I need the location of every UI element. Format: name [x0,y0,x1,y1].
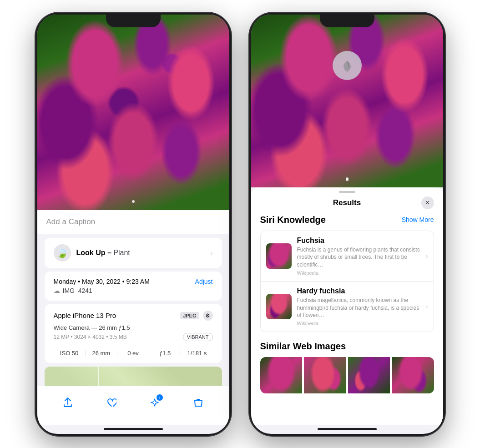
fuchsia-photo-left [37,15,229,210]
ev-value: 0 ev [117,350,149,357]
left-toolbar: i [37,386,229,425]
hardy-thumbnail [266,294,292,319]
similar-images-grid [260,357,434,393]
info-button[interactable]: i [145,393,165,413]
close-icon: ✕ [425,199,430,206]
vibrant-badge: VIBRANT [183,333,213,341]
siri-leaf-icon [340,58,354,73]
hardy-name: Hardy fuchsia [297,287,420,295]
fuchsia-info: Fuchsia Fuchsia is a genus of flowering … [297,237,420,276]
meta-filename: IMG_4241 [54,287,213,294]
adjust-button[interactable]: Adjust [195,278,213,285]
results-content: Siri Knowledge Show More Fuchsia Fuchsia… [251,215,443,425]
siri-knowledge-header: Siri Knowledge Show More [260,215,434,225]
right-notch [320,13,374,27]
iso-value: ISO 50 [54,350,86,357]
share-icon [63,398,73,408]
fuchsia-chevron-icon: › [426,252,428,260]
knowledge-card: Fuchsia Fuchsia is a genus of flowering … [260,231,434,332]
home-indicator-right [318,428,377,430]
home-indicator-left [104,428,163,430]
caption-placeholder[interactable]: Add a Caption [46,217,96,226]
lookup-rest: Plant [113,249,130,257]
lookup-icon: 🍃 [54,244,71,262]
hardy-chevron-icon: › [426,303,428,310]
sheet-handle[interactable] [339,191,355,193]
trash-icon [193,398,203,408]
similar-title: Similar Web Images [260,341,434,352]
left-notch [106,13,161,27]
left-phone: Add a Caption 🍃 Look Up – Plant › Monday… [35,13,231,436]
lookup-bold: Look Up – [76,249,114,257]
hardy-description: Fuchsia magellanica, commonly known as t… [297,297,420,319]
focal-value: 26 mm [86,350,117,357]
trash-button[interactable] [188,393,208,413]
map-section[interactable] [45,367,222,386]
results-sheet: Results ✕ Siri Knowledge Show More [251,187,443,425]
specs-row: 12 MP • 3024 × 4032 • 3.5 MB VIBRANT [54,333,213,341]
fuchsia-photo-right [251,15,443,187]
meta-row: Monday • May 30, 2022 • 9:23 AM Adjust [54,278,213,285]
hardy-thumb-image [266,294,292,319]
jpeg-badge: JPEG [180,312,199,319]
lookup-chevron-icon: › [211,249,213,257]
photo-dot-left [132,200,135,203]
siri-knowledge-title: Siri Knowledge [260,215,326,225]
info-section: Add a Caption 🍃 Look Up – Plant › Monday… [37,210,229,386]
knowledge-item-hardy[interactable]: Hardy fuchsia Fuchsia magellanica, commo… [261,282,434,332]
camera-section: Apple iPhone 13 Pro JPEG ⚙ Wide Camera —… [45,304,222,363]
similar-image-1[interactable] [260,357,303,393]
similar-image-3[interactable] [348,357,390,393]
lookup-row[interactable]: 🍃 Look Up – Plant › [45,238,222,268]
right-phone: Results ✕ Siri Knowledge Show More [249,13,445,436]
similar-image-4[interactable] [392,357,434,393]
similar-image-2[interactable] [304,357,346,393]
show-more-button[interactable]: Show More [402,216,434,223]
camera-header: Apple iPhone 13 Pro JPEG ⚙ [54,311,213,321]
exposure-row: ISO 50 26 mm 0 ev ƒ1.5 1/181 s [54,345,213,357]
photo-area-right[interactable] [251,15,443,187]
caption-area[interactable]: Add a Caption [37,210,229,234]
heart-button[interactable] [101,393,121,413]
heart-icon [106,398,116,408]
photo-area-left[interactable] [37,15,229,210]
map-road-vertical [98,367,99,386]
lookup-text: Look Up – Plant [76,249,205,257]
filename-text: IMG_4241 [63,287,92,294]
right-screen: Results ✕ Siri Knowledge Show More [251,15,443,434]
camera-model: Apple iPhone 13 Pro [54,312,116,319]
share-button[interactable] [58,393,78,413]
camera-lens: Wide Camera — 26 mm ƒ1.5 [54,324,213,331]
gear-icon[interactable]: ⚙ [203,311,213,321]
cloud-icon [54,287,60,294]
leaf-icon: 🍃 [56,247,68,259]
fuchsia-source: Wikipedia [297,270,420,276]
fuchsia-thumb-image [266,243,292,269]
fuchsia-thumbnail [266,243,292,269]
meta-section: Monday • May 30, 2022 • 9:23 AM Adjust I… [45,272,222,301]
meta-date: Monday • May 30, 2022 • 9:23 AM [54,278,150,285]
camera-badges: JPEG ⚙ [180,311,212,321]
results-title: Results [273,198,421,207]
similar-section: Similar Web Images [260,341,434,393]
info-badge: i [157,394,163,401]
knowledge-item-fuchsia[interactable]: Fuchsia Fuchsia is a genus of flowering … [261,231,434,282]
photo-dot-right [346,177,349,180]
fuchsia-description: Fuchsia is a genus of flowering plants t… [297,246,420,269]
aperture-value: ƒ1.5 [149,350,181,357]
hardy-source: Wikipedia [297,321,420,326]
resolution-text: 12 MP • 3024 × 4032 • 3.5 MB [54,334,127,340]
fuchsia-name: Fuchsia [297,237,420,245]
map-background [45,367,222,386]
close-button[interactable]: ✕ [421,196,434,209]
siri-bubble [333,51,362,80]
hardy-info: Hardy fuchsia Fuchsia magellanica, commo… [297,287,420,326]
left-screen: Add a Caption 🍃 Look Up – Plant › Monday… [37,15,229,434]
results-header: Results ✕ [251,196,443,215]
shutter-value: 1/181 s [181,350,212,357]
